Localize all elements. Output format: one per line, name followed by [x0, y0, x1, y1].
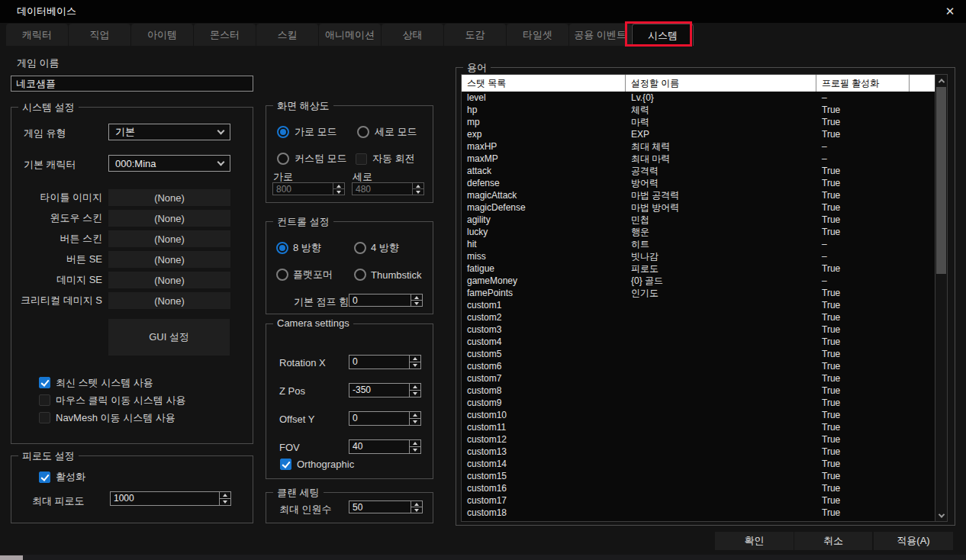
cancel-button[interactable]: 취소	[794, 532, 872, 550]
camera-field-spinner[interactable]: 40	[349, 439, 421, 454]
control-radio[interactable]	[276, 242, 288, 254]
table-row[interactable]: custom9 True	[462, 397, 935, 409]
camera-field-spinner[interactable]: 0	[349, 411, 421, 426]
stepper-down-icon[interactable]	[220, 498, 230, 505]
table-row[interactable]: custom15 True	[462, 470, 935, 482]
default-character-select[interactable]: 000:Mina	[108, 155, 230, 172]
stepper-up-icon[interactable]	[411, 501, 422, 507]
tab[interactable]: 시스템	[632, 24, 694, 46]
stepper[interactable]	[409, 384, 420, 397]
header-set-name[interactable]: 설정할 이름	[626, 75, 816, 92]
tab[interactable]: 아이템	[131, 24, 193, 46]
stepper[interactable]	[409, 440, 420, 453]
table-row[interactable]: gameMoney {0} 골드 –	[462, 275, 935, 287]
orthographic-checkbox[interactable]	[280, 459, 291, 470]
table-row[interactable]: defense 방어력 True	[462, 177, 935, 189]
tab[interactable]: 공용 이벤트	[569, 24, 631, 46]
table-row[interactable]: custom13 True	[462, 446, 935, 458]
table-row[interactable]: custom2 True	[462, 311, 935, 323]
tab[interactable]: 몬스터	[194, 24, 256, 46]
stepper-down-icon[interactable]	[411, 300, 422, 306]
scrollbar-thumb[interactable]	[936, 87, 946, 274]
stepper-down-icon[interactable]	[410, 390, 420, 397]
table-row[interactable]: mp 마력 True	[462, 116, 935, 128]
stepper[interactable]	[409, 356, 420, 369]
table-row[interactable]: agility 민첩 True	[462, 214, 935, 226]
table-row[interactable]: custom14 True	[462, 458, 935, 470]
tab[interactable]: 애니메이션	[319, 24, 381, 46]
game-name-input[interactable]: 네코샘플	[11, 76, 253, 92]
asset-none-button[interactable]: (None)	[108, 189, 230, 206]
asset-none-button[interactable]: (None)	[108, 230, 230, 247]
stepper-up-icon[interactable]	[411, 294, 422, 300]
table-row[interactable]: level Lv.{0} –	[462, 92, 935, 104]
stepper-up-icon[interactable]	[410, 412, 420, 418]
ok-button[interactable]: 확인	[715, 532, 794, 550]
table-row[interactable]: custom16 True	[462, 482, 935, 494]
asset-none-button[interactable]: (None)	[108, 210, 230, 227]
tab[interactable]: 타일셋	[507, 24, 568, 46]
table-row[interactable]: custom7 True	[462, 372, 935, 385]
camera-field-spinner[interactable]: 0	[349, 355, 421, 369]
checkbox[interactable]	[39, 412, 50, 423]
close-icon[interactable]: ✕	[942, 4, 958, 19]
table-row[interactable]: custom5 True	[462, 348, 935, 360]
table-row[interactable]: custom17 True	[462, 494, 935, 507]
control-radio[interactable]	[354, 269, 366, 281]
control-radio[interactable]	[276, 269, 288, 281]
gui-settings-button[interactable]: GUI 설정	[108, 319, 230, 356]
stepper-up-icon[interactable]	[410, 356, 420, 362]
stepper[interactable]	[411, 501, 422, 513]
landscape-radio[interactable]	[277, 126, 289, 138]
table-row[interactable]: fatigue 피로도 True	[462, 262, 935, 275]
table-row[interactable]: lucky 행운 True	[462, 226, 935, 238]
stepper-down-icon[interactable]	[413, 188, 423, 195]
table-row[interactable]: custom12 True	[462, 433, 935, 446]
asset-none-button[interactable]: (None)	[108, 251, 230, 268]
table-row[interactable]: maxMP 최대 마력 –	[462, 153, 935, 165]
asset-none-button[interactable]: (None)	[108, 272, 230, 288]
stepper-down-icon[interactable]	[333, 188, 344, 195]
portrait-radio[interactable]	[357, 126, 369, 138]
checkbox[interactable]	[39, 377, 50, 388]
apply-button[interactable]: 적용(A)	[874, 532, 953, 550]
stepper-up-icon[interactable]	[220, 492, 230, 498]
game-type-select[interactable]: 기본	[108, 124, 230, 140]
table-row[interactable]: custom3 True	[462, 323, 935, 336]
header-stat-list[interactable]: 스탯 목록	[462, 75, 626, 92]
vertical-scrollbar[interactable]	[935, 75, 947, 521]
tab[interactable]: 스킬	[256, 24, 318, 46]
table-row[interactable]: custom18 True	[462, 507, 935, 519]
table-row[interactable]: attack 공격력 True	[462, 165, 935, 177]
stepper-up-icon[interactable]	[413, 183, 423, 188]
tab[interactable]: 캐릭터	[6, 24, 68, 46]
checkbox[interactable]	[39, 394, 50, 406]
table-row[interactable]: custom4 True	[462, 336, 935, 348]
table-row[interactable]: custom11 True	[462, 421, 935, 433]
camera-field-spinner[interactable]: -350	[349, 383, 421, 397]
stepper[interactable]	[219, 492, 230, 505]
res-width-spinner[interactable]: 800	[272, 182, 345, 195]
tab[interactable]: 상태	[382, 24, 443, 46]
stepper-down-icon[interactable]	[410, 446, 420, 453]
jump-power-spinner[interactable]: 0	[349, 294, 423, 307]
custom-mode-radio[interactable]	[277, 153, 289, 165]
table-row[interactable]: miss 빗나감 –	[462, 250, 935, 262]
table-row[interactable]: maxHP 최대 체력 –	[462, 140, 935, 153]
control-radio[interactable]	[354, 242, 366, 254]
stepper-down-icon[interactable]	[410, 362, 420, 369]
table-row[interactable]: custom6 True	[462, 360, 935, 372]
header-profile-active[interactable]: 프로필 활성화	[816, 75, 910, 92]
scroll-up-icon[interactable]	[935, 75, 947, 86]
table-row[interactable]: custom10 True	[462, 409, 935, 421]
stepper-up-icon[interactable]	[410, 440, 420, 446]
res-height-spinner[interactable]: 480	[352, 182, 424, 195]
tab[interactable]: 도감	[444, 24, 506, 46]
table-row[interactable]: hp 체력 True	[462, 104, 935, 116]
stepper[interactable]	[412, 183, 423, 195]
table-row[interactable]: magicDefense 마법 방어력 True	[462, 201, 935, 214]
asset-none-button[interactable]: (None)	[108, 292, 230, 309]
clan-max-spinner[interactable]: 50	[349, 500, 423, 513]
scroll-down-icon[interactable]	[935, 510, 947, 521]
auto-rotate-checkbox[interactable]	[356, 153, 367, 165]
